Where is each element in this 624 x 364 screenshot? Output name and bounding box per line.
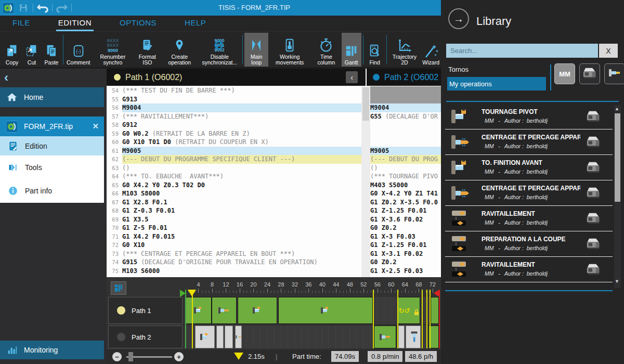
code-line[interactable]: 71G1 X4.2 F0.015: [107, 232, 361, 241]
gantt-segment[interactable]: [374, 326, 396, 348]
sidebar-item-part-info[interactable]: Part info: [0, 179, 104, 203]
code-line[interactable]: 73(*** CENTRAGE ET PERCAGE APPAREIL EN B…: [107, 250, 361, 258]
code-line[interactable]: G0 X-4.2 Y0 Z1 T41: [370, 189, 441, 198]
code-line[interactable]: M9005: [370, 147, 441, 155]
play-marker-icon[interactable]: [180, 290, 186, 297]
code-line[interactable]: G55 (DECALAGE D'OR: [370, 112, 441, 121]
undo-icon[interactable]: [37, 2, 48, 14]
code-line[interactable]: 54(*** TEST DU FIN DE BARRE ***): [107, 86, 361, 95]
code-line[interactable]: G1 Z0.2 X-3.5 F0.0: [370, 198, 441, 207]
cut-button[interactable]: Cut: [22, 33, 42, 67]
code-line[interactable]: 63(): [107, 164, 361, 173]
time-marker-icon[interactable]: [188, 290, 196, 296]
code-line[interactable]: 56M9004: [107, 103, 361, 112]
timecol-button[interactable]: Time column: [311, 33, 341, 67]
library-item[interactable]: CENTRAGE ET PERCAGE APPAREIL...MM - Auth…: [445, 129, 613, 155]
editor-scrollbar[interactable]: [361, 86, 370, 277]
gantt-row-label-2[interactable]: Path 2: [108, 326, 183, 348]
gantt-segment[interactable]: [212, 297, 237, 324]
code-line[interactable]: M403 S5000: [370, 181, 441, 190]
code-line[interactable]: 66M103 S8000: [107, 189, 361, 198]
time-marker-icon[interactable]: [234, 353, 243, 360]
code-line[interactable]: (*** TOURNAGE PIVO: [370, 172, 441, 181]
code-line[interactable]: 67G1 X2.8 F0.1: [107, 198, 361, 207]
library-source-label[interactable]: Tornos: [448, 66, 469, 73]
search-input[interactable]: [446, 44, 598, 58]
renumber-button[interactable]: 9XXX9XXX9000Renumber synchro: [92, 33, 134, 67]
sidebar-item-edition[interactable]: Edition: [0, 136, 104, 155]
code-line[interactable]: G1 X-3.6 F0.02: [370, 215, 441, 224]
save-icon[interactable]: [18, 2, 29, 14]
library-item[interactable]: TOURNAGE PIVOTMM - Author : bertholdj: [445, 104, 613, 129]
disablesync-button[interactable]: 900090019002Disable synchronizat...: [198, 33, 241, 67]
gantt-segment[interactable]: [238, 297, 277, 324]
mainloop-button[interactable]: Main loop: [244, 33, 268, 67]
zoom-out-button[interactable]: −: [112, 352, 122, 361]
end-marker-icon[interactable]: [434, 290, 439, 297]
sidebar-item-home[interactable]: Home: [0, 87, 104, 107]
code-line[interactable]: G0 Z0.2: [370, 224, 441, 232]
library-item[interactable]: RAVITAILLEMENTMM - Author : bertholdj: [445, 206, 613, 231]
comment-button[interactable]: (-)Comment: [65, 33, 92, 67]
menu-item-edition[interactable]: EDITION: [56, 16, 94, 31]
createop-button[interactable]: Create operation: [161, 33, 198, 67]
code-line[interactable]: 68G1 Z-0.3 F0.01: [107, 206, 361, 215]
menu-item-help[interactable]: HELP: [183, 16, 208, 31]
gantt-view-button[interactable]: [111, 281, 126, 295]
code-line[interactable]: [370, 121, 441, 129]
code-line[interactable]: G1 X-2.5 F0.03: [370, 267, 441, 276]
code-line[interactable]: (--- DEBUT DU PROG: [370, 155, 441, 164]
formatiso-button[interactable]: Format ISO: [134, 33, 161, 67]
code-line[interactable]: 60G0 X10 T01 D0 (RETRAIT DU COUPEUR EN X…: [107, 138, 361, 147]
collapse-panel-arrow-icon[interactable]: →: [448, 8, 469, 29]
sidebar-file-tab[interactable]: FORM_2FR.tip ✕: [0, 116, 104, 136]
menu-item-file[interactable]: FILE: [10, 16, 32, 31]
unit-mm-button[interactable]: MM: [554, 63, 575, 84]
tab-my-operations[interactable]: My operations: [447, 77, 546, 90]
close-icon[interactable]: ✕: [92, 122, 99, 131]
code-line[interactable]: 65G0 X4.2 Y0 Z0.3 T02 D0: [107, 181, 361, 190]
code-line[interactable]: 62(--- DEBUT DU PROGRAMME SPECIFIQUE CLI…: [107, 155, 361, 164]
path1-code-column[interactable]: 54(*** TEST DU FIN DE BARRE ***)55G91356…: [107, 86, 361, 275]
code-line[interactable]: G0 Z0.2: [370, 258, 441, 267]
code-line[interactable]: 59G0 W0.2 (RETRAIT DE LA BARRE EN Z): [107, 129, 361, 138]
gantt-segment[interactable]: [186, 297, 212, 324]
library-item[interactable]: PREPARATION A LA COUPEMM - Author : bert…: [445, 231, 613, 257]
gantt-segment[interactable]: [406, 326, 421, 348]
scroll-down-icon[interactable]: ▼: [615, 279, 619, 284]
copy-button[interactable]: Copy: [2, 33, 22, 67]
clear-search-button[interactable]: X: [599, 44, 618, 58]
gantt-segment[interactable]: [431, 297, 439, 324]
code-line[interactable]: G1 Z-1.25 F0.01: [370, 206, 441, 215]
code-line[interactable]: 70G1 Z-5 F0.01: [107, 224, 361, 232]
gantt-segment[interactable]: [195, 326, 215, 348]
code-line[interactable]: M9004: [370, 103, 441, 112]
collapse-column-button[interactable]: ‹: [346, 71, 358, 83]
gantt-segment[interactable]: [398, 326, 405, 348]
code-line[interactable]: G1 X-3 F0.03: [370, 232, 441, 241]
sidebar-item-tools[interactable]: Tools: [0, 155, 104, 179]
code-line[interactable]: [370, 86, 441, 95]
scroll-up-icon[interactable]: ▲: [615, 106, 619, 111]
code-line[interactable]: 69G1 X3.5: [107, 215, 361, 224]
ganttic-button[interactable]: Gantt: [342, 33, 361, 67]
gantt-segment[interactable]: [225, 326, 233, 348]
gantt-segment[interactable]: [216, 326, 224, 348]
gantt-row-label-1[interactable]: Path 1: [108, 297, 183, 324]
code-line[interactable]: 57(*** RAVITAILLEMENT***): [107, 112, 361, 121]
code-line[interactable]: 75M103 S6000: [107, 267, 361, 276]
sidebar-item-monitoring[interactable]: Monitoring: [0, 341, 104, 359]
library-item[interactable]: TO. FINITION AVANTMM - Author : berthold…: [445, 155, 613, 180]
zoom-slider-handle[interactable]: [128, 352, 133, 361]
scrollbar-thumb[interactable]: [362, 87, 369, 121]
tool-filter-button[interactable]: [604, 63, 624, 84]
code-line[interactable]: 72G0 X10: [107, 241, 361, 250]
paste-button[interactable]: Paste: [42, 33, 61, 67]
working-button[interactable]: Working movements: [268, 33, 311, 67]
code-line[interactable]: 58G912: [107, 121, 361, 129]
code-line[interactable]: [370, 138, 441, 147]
gantt-segment[interactable]: ↻↺: [398, 297, 420, 324]
code-line[interactable]: (): [370, 164, 441, 173]
traj-button[interactable]: Trajectory 2D: [388, 33, 421, 67]
code-line[interactable]: G1 X-3.1 F0.02: [370, 250, 441, 258]
